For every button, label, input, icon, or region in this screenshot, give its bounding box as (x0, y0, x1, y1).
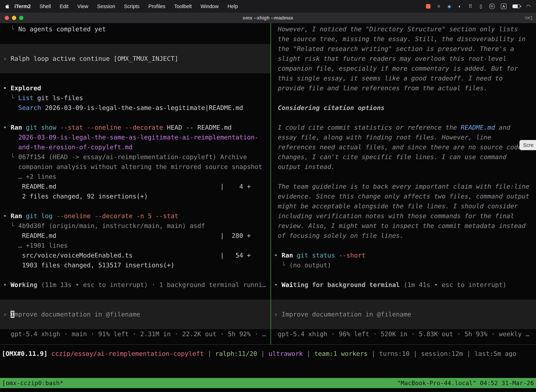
apple-logo-icon (5, 4, 10, 9)
right-terminal-pane[interactable]: However, I noticed the "Directory Struct… (271, 23, 536, 344)
minimize-button[interactable] (12, 16, 16, 20)
terminal-line (271, 319, 536, 329)
terminal-line: … +1901 lines (0, 241, 270, 250)
terminal-line (271, 270, 536, 280)
menu-items: iTerm2ShellEditViewSessionScriptsProfile… (12, 4, 242, 9)
terminal-line: └ 067f154 (HEAD -> essay/ai-reimplementa… (0, 152, 270, 162)
terminal-line (271, 290, 536, 300)
terminal-line (0, 113, 270, 123)
menu-item-toolbelt[interactable]: Toolbelt (170, 4, 196, 9)
terminal-line: 2 files changed, 92 insertions(+) (0, 191, 270, 201)
tmux-host-clock: "MacBook-Pro-44.local" 04:52 31-Mar-26 (397, 379, 534, 387)
screen-notification-tooltip[interactable]: Scre (519, 140, 536, 150)
terminal-line: this single essay, it seems like a good … (271, 73, 536, 83)
terminal-line: However, I noticed the "Directory Struct… (271, 24, 536, 34)
terminal-line: of focusing solely on file lines. (271, 231, 536, 241)
menu-item-view[interactable]: View (73, 4, 92, 9)
terminal-line: output instead. (271, 162, 536, 172)
terminal-line: … +2 lines (0, 172, 270, 182)
menu-item-window[interactable]: Window (196, 4, 223, 9)
prompt-input[interactable]: › Improve documentation in @filename (271, 300, 536, 329)
terminal-line (271, 93, 536, 103)
terminal-line (271, 113, 536, 123)
onepassword-icon[interactable]: ◐ (458, 4, 462, 9)
battery-icon[interactable] (512, 5, 520, 8)
tab-shortcut-hint: ⌥⌘1 (524, 15, 533, 21)
wifi-icon[interactable]: ◠ (526, 4, 531, 9)
menu-bar: iTerm2ShellEditViewSessionScriptsProfile… (0, 0, 536, 13)
terminal-line: I could cite commit statistics or refere… (271, 123, 536, 132)
terminal-line: 2026-03-09-is-legal-the-same-as-legitima… (0, 132, 270, 142)
terminal-line: companion analysis without altering the … (0, 162, 270, 172)
terminal-line: • Ran git show --stat --oneline --decora… (0, 123, 270, 132)
working-status-line: • Working (11m 13s • esc to interrupt) ·… (0, 280, 270, 290)
terminal-line: └ No agents completed yet (0, 24, 270, 34)
menu-item-session[interactable]: Session (93, 4, 120, 9)
prompt-input[interactable]: › Improve documentation in @filename (0, 300, 270, 329)
docker-icon[interactable]: ◆ (447, 4, 452, 9)
traffic-lights (0, 16, 23, 20)
terminal-line: Search 2026-03-09-is-legal-the-same-as-l… (0, 103, 270, 113)
terminal-line: README.md | 4 + (0, 182, 270, 191)
model-status-line: gpt-5.4 xhigh · 96% left · 520K in · 5.8… (271, 329, 536, 339)
terminal-line: src/voice/voiceModeEnabled.ts | 54 + (0, 250, 270, 260)
terminal-line: might be acceptable alongside the file l… (271, 201, 536, 211)
terminal-line (271, 241, 536, 250)
terminal-line: changes, I can't cite specific file line… (271, 152, 536, 162)
thinking-heading: Considering citation options (271, 103, 536, 113)
terminal-line (0, 201, 270, 211)
terminal-line: • Ran git status --short (271, 250, 536, 260)
tmux-status-bar: [omx-cczip0:bash* "MacBook-Pro-44.local"… (0, 378, 536, 388)
terminal-line: The team guideline is to back every impo… (271, 182, 536, 191)
window-title-bar[interactable]: omx --xhigh --madmax ⌥⌘1 (0, 13, 536, 23)
menu-item-iterm2[interactable]: iTerm2 (12, 4, 35, 9)
screen-recording-indicator-icon[interactable] (426, 4, 431, 9)
menu-item-help[interactable]: Help (223, 4, 242, 9)
apps-grid-icon[interactable]: ⠿ (468, 4, 473, 9)
terminal-line: › Improve documentation in @filename (271, 309, 536, 319)
input-source-icon[interactable]: A (501, 4, 507, 9)
terminal-line (0, 290, 270, 300)
terminal-line: evidence. Since this change only affects… (271, 191, 536, 201)
terminal-line: • Explored (0, 83, 270, 93)
terminal-line: › Ralph loop active continue [OMX_TMUX_I… (0, 54, 270, 64)
menu-bar-status-icons: ⌗◆◐⠿▯61A◠ (426, 4, 531, 9)
close-button[interactable] (5, 16, 9, 20)
terminal-line: companion file, especially if more comme… (271, 64, 536, 73)
ralph-loop-banner: › Ralph loop active continue [OMX_TMUX_I… (0, 44, 270, 73)
cleanmymac-icon[interactable]: 61 (489, 4, 495, 9)
terminal-line (0, 270, 270, 280)
terminal-line: essay file, along with finding root file… (271, 132, 536, 142)
terminal-line: references need actual files, and since … (271, 142, 536, 152)
terminal-line: 1903 files changed, 513517 insertions(+) (0, 260, 270, 270)
zoom-button[interactable] (19, 16, 23, 20)
terminal-line: • Ran git log --oneline --decorate -n 5 … (0, 211, 270, 221)
menu-item-profiles[interactable]: Profiles (144, 4, 170, 9)
left-terminal-pane[interactable]: └ No agents completed yet› Ralph loop ac… (0, 23, 270, 344)
apple-menu[interactable] (5, 4, 10, 9)
window-title: omx --xhigh --madmax (0, 15, 536, 21)
terminal-line: slight risk that future readers may over… (271, 54, 536, 64)
menu-item-shell[interactable]: Shell (35, 4, 55, 9)
omx-status-bar: [OMX#0.11.9] cczip/essay/ai-reimplementa… (0, 345, 536, 378)
omx-status-line: [OMX#0.11.9] cczip/essay/ai-reimplementa… (0, 349, 536, 359)
terminal-line: and-the-erosion-of-copyleft.md (0, 142, 270, 152)
menu-item-scripts[interactable]: Scripts (120, 4, 144, 9)
terminal-line: the "Related research writing" section i… (271, 44, 536, 54)
terminal-line: including verification notes with those … (271, 211, 536, 221)
terminal-line: the source tree, missing the essay. Stil… (271, 34, 536, 44)
menu-item-edit[interactable]: Edit (55, 4, 73, 9)
keyboard-icon[interactable]: ⌗ (436, 4, 441, 9)
terminal-line: └ List git ls-files (0, 93, 270, 103)
terminal-line (0, 73, 270, 83)
terminal-line (0, 64, 270, 73)
terminal-line (271, 300, 536, 309)
terminal-line (271, 172, 536, 182)
model-status-line: gpt-5.4 xhigh · main · 91% left · 2.31M … (0, 329, 270, 339)
terminal-area: └ No agents completed yet› Ralph loop ac… (0, 23, 536, 344)
tmux-session-info: [omx-cczip0:bash* (2, 379, 63, 387)
terminal-line: provide file and line references from th… (271, 83, 536, 93)
terminal-line: › Improve documentation in @filename (0, 309, 270, 319)
iphone-mirroring-icon[interactable]: ▯ (479, 4, 483, 9)
waiting-status-line: • Waiting for background terminal (1m 41… (271, 280, 536, 290)
